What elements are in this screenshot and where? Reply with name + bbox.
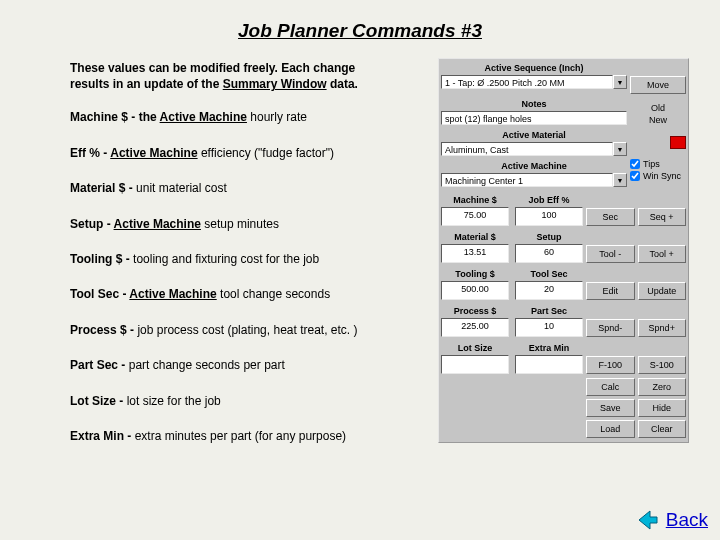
panel-button[interactable]: Load <box>586 420 635 438</box>
definition-row: Lot Size - lot size for the job <box>70 394 428 408</box>
tips-checkbox[interactable]: Tips <box>630 159 686 169</box>
active-machine-label: Active Machine <box>441 161 627 171</box>
active-material-dropdown[interactable]: Aluminum, Cast <box>441 142 613 156</box>
chevron-down-icon[interactable]: ▼ <box>613 142 627 156</box>
panel-button[interactable]: Update <box>638 282 687 300</box>
panel-button[interactable]: S-100 <box>638 356 687 374</box>
notes-field[interactable]: spot (12) flange holes <box>441 111 627 125</box>
field-label: Process $ <box>441 306 509 316</box>
field-label: Extra Min <box>515 343 583 353</box>
field-label: Material $ <box>441 232 509 242</box>
field-value[interactable]: 60 <box>515 244 583 263</box>
panel-button[interactable]: Calc <box>586 378 635 396</box>
field-value[interactable]: 10 <box>515 318 583 337</box>
back-arrow-icon <box>636 508 660 532</box>
intro-text: These values can be modified freely. Eac… <box>70 60 428 92</box>
field-label: Tooling $ <box>441 269 509 279</box>
page-title: Job Planner Commands #3 <box>0 0 720 52</box>
notes-label: Notes <box>441 99 627 109</box>
intro-underline: Summary Window <box>223 77 327 91</box>
panel-button[interactable]: Sec <box>586 208 635 226</box>
field-label: Setup <box>515 232 583 242</box>
color-swatch[interactable] <box>670 136 686 149</box>
panel-button[interactable]: Save <box>586 399 635 417</box>
definition-row: Eff % - Active Machine efficiency ("fudg… <box>70 146 428 160</box>
field-value[interactable]: 100 <box>515 207 583 226</box>
field-label: Part Sec <box>515 306 583 316</box>
active-machine-dropdown[interactable]: Machining Center 1 <box>441 173 613 187</box>
field-label: Job Eff % <box>515 195 583 205</box>
definition-row: Part Sec - part change seconds per part <box>70 358 428 372</box>
field-value[interactable] <box>441 355 509 374</box>
panel-button[interactable]: F-100 <box>586 356 635 374</box>
panel-button[interactable]: Clear <box>638 420 687 438</box>
back-link[interactable]: Back <box>636 508 708 532</box>
chevron-down-icon[interactable]: ▼ <box>613 173 627 187</box>
panel-button[interactable]: Edit <box>586 282 635 300</box>
active-sequence-label: Active Sequence (Inch) <box>441 63 627 73</box>
panel-button[interactable]: Spnd- <box>586 319 635 337</box>
panel-screenshot: Active Sequence (Inch) 1 - Tap: Ø .2500 … <box>438 58 689 443</box>
field-value[interactable] <box>515 355 583 374</box>
definition-row: Process $ - job process cost (plating, h… <box>70 323 428 337</box>
field-value[interactable]: 500.00 <box>441 281 509 300</box>
intro-line2c: data. <box>327 77 358 91</box>
new-label: New <box>630 115 686 125</box>
winsync-label: Win Sync <box>643 171 681 181</box>
field-label: Tool Sec <box>515 269 583 279</box>
chevron-down-icon[interactable]: ▼ <box>613 75 627 89</box>
back-label: Back <box>666 509 708 531</box>
tips-label: Tips <box>643 159 660 169</box>
field-value[interactable]: 13.51 <box>441 244 509 263</box>
field-label: Machine $ <box>441 195 509 205</box>
definition-row: Setup - Active Machine setup minutes <box>70 217 428 231</box>
field-value[interactable]: 225.00 <box>441 318 509 337</box>
panel-button[interactable]: Hide <box>638 399 687 417</box>
definition-row: Extra Min - extra minutes per part (for … <box>70 429 428 443</box>
old-label: Old <box>630 103 686 113</box>
active-sequence-dropdown[interactable]: 1 - Tap: Ø .2500 Pitch .20 MM <box>441 75 613 89</box>
intro-line2a: results in an update of the <box>70 77 223 91</box>
definition-row: Machine $ - the Active Machine hourly ra… <box>70 110 428 124</box>
field-value[interactable]: 20 <box>515 281 583 300</box>
definition-row: Tool Sec - Active Machine tool change se… <box>70 287 428 301</box>
panel-button[interactable]: Spnd+ <box>638 319 687 337</box>
definitions-column: These values can be modified freely. Eac… <box>70 52 438 443</box>
intro-line1: These values can be modified freely. Eac… <box>70 61 355 75</box>
field-label: Lot Size <box>441 343 509 353</box>
panel-button[interactable]: Zero <box>638 378 687 396</box>
panel-button[interactable]: Tool - <box>586 245 635 263</box>
active-material-label: Active Material <box>441 130 627 140</box>
winsync-checkbox[interactable]: Win Sync <box>630 171 686 181</box>
definition-row: Material $ - unit material cost <box>70 181 428 195</box>
field-value[interactable]: 75.00 <box>441 207 509 226</box>
definition-row: Tooling $ - tooling and fixturing cost f… <box>70 252 428 266</box>
move-button[interactable]: Move <box>630 76 686 94</box>
panel-button[interactable]: Tool + <box>638 245 687 263</box>
svg-marker-0 <box>639 511 657 529</box>
panel-button[interactable]: Seq + <box>638 208 687 226</box>
